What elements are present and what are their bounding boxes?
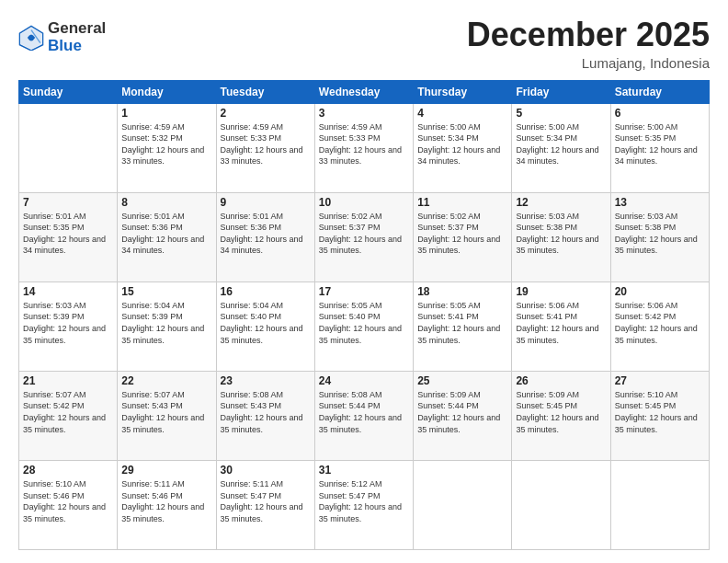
day-number: 4: [417, 107, 507, 120]
day-info: Sunrise: 5:10 AMSunset: 5:46 PMDaylight:…: [23, 478, 113, 524]
day-number: 24: [319, 374, 409, 387]
weekday-header: Tuesday: [216, 80, 314, 103]
day-info: Sunrise: 5:01 AMSunset: 5:35 PMDaylight:…: [23, 211, 113, 257]
location-subtitle: Lumajang, Indonesia: [467, 55, 710, 71]
day-number: 2: [221, 107, 311, 120]
day-info: Sunrise: 5:02 AMSunset: 5:37 PMDaylight:…: [417, 211, 507, 257]
month-title: December 2025: [467, 17, 710, 53]
day-number: 7: [23, 196, 113, 209]
day-number: 19: [516, 285, 606, 298]
day-info: Sunrise: 5:01 AMSunset: 5:36 PMDaylight:…: [221, 211, 311, 257]
calendar-cell: [414, 460, 512, 549]
page: General Blue December 2025 Lumajang, Ind…: [0, 0, 728, 563]
header: General Blue December 2025 Lumajang, Ind…: [18, 17, 710, 71]
day-info: Sunrise: 4:59 AMSunset: 5:33 PMDaylight:…: [319, 121, 409, 167]
calendar-cell: 6Sunrise: 5:00 AMSunset: 5:35 PMDaylight…: [610, 103, 709, 192]
calendar-cell: [610, 460, 709, 549]
day-number: 31: [319, 464, 409, 477]
day-number: 25: [417, 374, 507, 387]
calendar-cell: 25Sunrise: 5:09 AMSunset: 5:44 PMDayligh…: [414, 371, 512, 460]
day-number: 12: [516, 196, 606, 209]
day-number: 13: [615, 196, 705, 209]
day-info: Sunrise: 5:04 AMSunset: 5:39 PMDaylight:…: [121, 300, 211, 346]
day-number: 21: [23, 374, 113, 387]
day-info: Sunrise: 5:03 AMSunset: 5:39 PMDaylight:…: [23, 300, 113, 346]
calendar-week-row: 21Sunrise: 5:07 AMSunset: 5:42 PMDayligh…: [19, 371, 710, 460]
day-info: Sunrise: 5:12 AMSunset: 5:47 PMDaylight:…: [319, 478, 409, 524]
day-info: Sunrise: 5:08 AMSunset: 5:43 PMDaylight:…: [221, 389, 311, 435]
day-info: Sunrise: 5:05 AMSunset: 5:41 PMDaylight:…: [417, 300, 507, 346]
logo: General Blue: [18, 20, 106, 54]
day-info: Sunrise: 5:06 AMSunset: 5:41 PMDaylight:…: [516, 300, 606, 346]
day-number: 5: [516, 107, 606, 120]
day-info: Sunrise: 5:00 AMSunset: 5:35 PMDaylight:…: [615, 121, 705, 167]
day-number: 6: [615, 107, 705, 120]
calendar-cell: 12Sunrise: 5:03 AMSunset: 5:38 PMDayligh…: [512, 192, 610, 282]
day-info: Sunrise: 5:00 AMSunset: 5:34 PMDaylight:…: [417, 121, 507, 167]
calendar-cell: 1Sunrise: 4:59 AMSunset: 5:32 PMDaylight…: [118, 103, 216, 192]
weekday-header: Saturday: [610, 80, 709, 103]
title-block: December 2025 Lumajang, Indonesia: [467, 17, 710, 71]
day-info: Sunrise: 5:11 AMSunset: 5:47 PMDaylight:…: [221, 478, 311, 524]
day-info: Sunrise: 4:59 AMSunset: 5:33 PMDaylight:…: [221, 121, 311, 167]
calendar-cell: 3Sunrise: 4:59 AMSunset: 5:33 PMDaylight…: [314, 103, 413, 192]
day-number: 11: [417, 196, 507, 209]
calendar-cell: 30Sunrise: 5:11 AMSunset: 5:47 PMDayligh…: [216, 460, 314, 549]
day-number: 1: [121, 107, 211, 120]
calendar-week-row: 7Sunrise: 5:01 AMSunset: 5:35 PMDaylight…: [19, 192, 710, 282]
calendar-header-row: SundayMondayTuesdayWednesdayThursdayFrid…: [19, 80, 710, 103]
day-info: Sunrise: 5:10 AMSunset: 5:45 PMDaylight:…: [615, 389, 705, 435]
weekday-header: Sunday: [19, 80, 118, 103]
calendar-cell: 26Sunrise: 5:09 AMSunset: 5:45 PMDayligh…: [512, 371, 610, 460]
calendar-cell: 8Sunrise: 5:01 AMSunset: 5:36 PMDaylight…: [118, 192, 216, 282]
day-info: Sunrise: 5:02 AMSunset: 5:37 PMDaylight:…: [319, 211, 409, 257]
logo-text: General Blue: [48, 20, 106, 54]
day-number: 23: [221, 374, 311, 387]
day-number: 29: [121, 464, 211, 477]
day-info: Sunrise: 5:05 AMSunset: 5:40 PMDaylight:…: [319, 300, 409, 346]
calendar-cell: 5Sunrise: 5:00 AMSunset: 5:34 PMDaylight…: [512, 103, 610, 192]
calendar-cell: 2Sunrise: 4:59 AMSunset: 5:33 PMDaylight…: [216, 103, 314, 192]
calendar-cell: 29Sunrise: 5:11 AMSunset: 5:46 PMDayligh…: [118, 460, 216, 549]
day-number: 9: [221, 196, 311, 209]
calendar-cell: [19, 103, 118, 192]
calendar-cell: 7Sunrise: 5:01 AMSunset: 5:35 PMDaylight…: [19, 192, 118, 282]
day-info: Sunrise: 5:11 AMSunset: 5:46 PMDaylight:…: [121, 478, 211, 524]
day-number: 27: [615, 374, 705, 387]
day-number: 10: [319, 196, 409, 209]
weekday-header: Monday: [118, 80, 216, 103]
weekday-header: Thursday: [414, 80, 512, 103]
calendar-cell: 17Sunrise: 5:05 AMSunset: 5:40 PMDayligh…: [314, 282, 413, 371]
day-number: 8: [121, 196, 211, 209]
calendar-cell: 13Sunrise: 5:03 AMSunset: 5:38 PMDayligh…: [610, 192, 709, 282]
logo-icon: [18, 25, 44, 51]
calendar-cell: 14Sunrise: 5:03 AMSunset: 5:39 PMDayligh…: [19, 282, 118, 371]
calendar-cell: 23Sunrise: 5:08 AMSunset: 5:43 PMDayligh…: [216, 371, 314, 460]
weekday-header: Wednesday: [314, 80, 413, 103]
calendar-cell: 19Sunrise: 5:06 AMSunset: 5:41 PMDayligh…: [512, 282, 610, 371]
day-info: Sunrise: 5:08 AMSunset: 5:44 PMDaylight:…: [319, 389, 409, 435]
calendar-cell: 15Sunrise: 5:04 AMSunset: 5:39 PMDayligh…: [118, 282, 216, 371]
day-number: 17: [319, 285, 409, 298]
calendar-cell: 18Sunrise: 5:05 AMSunset: 5:41 PMDayligh…: [414, 282, 512, 371]
day-number: 20: [615, 285, 705, 298]
calendar-cell: 28Sunrise: 5:10 AMSunset: 5:46 PMDayligh…: [19, 460, 118, 549]
calendar-cell: 27Sunrise: 5:10 AMSunset: 5:45 PMDayligh…: [610, 371, 709, 460]
calendar-week-row: 14Sunrise: 5:03 AMSunset: 5:39 PMDayligh…: [19, 282, 710, 371]
calendar-cell: 4Sunrise: 5:00 AMSunset: 5:34 PMDaylight…: [414, 103, 512, 192]
calendar-cell: 9Sunrise: 5:01 AMSunset: 5:36 PMDaylight…: [216, 192, 314, 282]
logo-general: General: [48, 20, 106, 38]
calendar-table: SundayMondayTuesdayWednesdayThursdayFrid…: [18, 80, 710, 550]
day-info: Sunrise: 5:03 AMSunset: 5:38 PMDaylight:…: [516, 211, 606, 257]
day-info: Sunrise: 5:09 AMSunset: 5:44 PMDaylight:…: [417, 389, 507, 435]
calendar-cell: 10Sunrise: 5:02 AMSunset: 5:37 PMDayligh…: [314, 192, 413, 282]
calendar-cell: 20Sunrise: 5:06 AMSunset: 5:42 PMDayligh…: [610, 282, 709, 371]
calendar-cell: 16Sunrise: 5:04 AMSunset: 5:40 PMDayligh…: [216, 282, 314, 371]
calendar-cell: 11Sunrise: 5:02 AMSunset: 5:37 PMDayligh…: [414, 192, 512, 282]
day-info: Sunrise: 5:03 AMSunset: 5:38 PMDaylight:…: [615, 211, 705, 257]
day-info: Sunrise: 5:06 AMSunset: 5:42 PMDaylight:…: [615, 300, 705, 346]
day-info: Sunrise: 5:00 AMSunset: 5:34 PMDaylight:…: [516, 121, 606, 167]
day-number: 28: [23, 464, 113, 477]
calendar-week-row: 1Sunrise: 4:59 AMSunset: 5:32 PMDaylight…: [19, 103, 710, 192]
weekday-header: Friday: [512, 80, 610, 103]
